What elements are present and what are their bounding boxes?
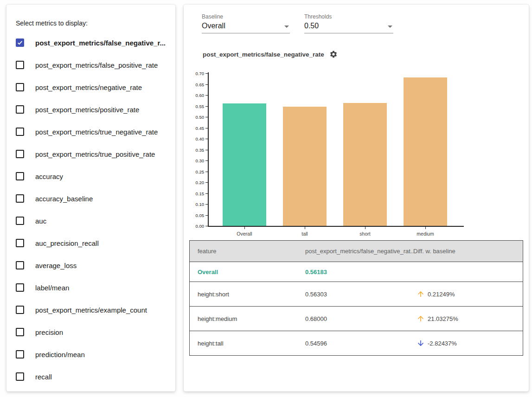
metric-checkbox[interactable] bbox=[16, 350, 24, 359]
sidebar-item-auc[interactable]: auc bbox=[6, 210, 175, 232]
sidebar-item-post-export-metrics-true-negative-rate[interactable]: post_export_metrics/true_negative_rate bbox=[6, 121, 175, 143]
metric-label: auc_precision_recall bbox=[35, 239, 99, 247]
sidebar-item-post-export-metrics-true-positive-rate[interactable]: post_export_metrics/true_positive_rate bbox=[6, 143, 175, 165]
metric-label: prediction/mean bbox=[35, 351, 85, 359]
metric-checkbox[interactable] bbox=[16, 83, 24, 91]
sidebar-item-accuracy-baseline[interactable]: accuracy_baseline bbox=[6, 187, 175, 210]
metric-checkbox[interactable] bbox=[16, 283, 24, 292]
x-tick-mark bbox=[305, 227, 305, 229]
x-tick-mark bbox=[244, 227, 245, 229]
col-header-metric: post_export_metrics/false_negative_rat..… bbox=[305, 248, 413, 255]
sidebar-item-post-export-metrics-example-count[interactable]: post_export_metrics/example_count bbox=[6, 299, 175, 321]
col-header-diff: Diff. w. baseline bbox=[413, 248, 523, 255]
y-tick-mark bbox=[205, 84, 208, 85]
metric-checkbox[interactable] bbox=[16, 239, 24, 247]
metric-checkbox[interactable] bbox=[16, 328, 24, 336]
y-tick-label: 0.65 bbox=[190, 82, 204, 87]
sidebar-item-auc-precision-recall[interactable]: auc_precision_recall bbox=[6, 232, 175, 254]
y-axis-line bbox=[208, 72, 209, 226]
y-tick-mark bbox=[205, 160, 208, 161]
metric-checkbox[interactable] bbox=[16, 128, 24, 136]
sidebar-item-post-export-metrics-false-negative-r-[interactable]: post_export_metrics/false_negative_r... bbox=[6, 32, 175, 54]
y-tick-mark bbox=[205, 106, 208, 107]
diff-cell: -2.82437% bbox=[413, 339, 523, 347]
feature-cell: height:short bbox=[190, 291, 305, 298]
y-tick-label: 0.60 bbox=[190, 93, 204, 98]
x-tick-label: medium bbox=[417, 231, 434, 237]
diff-value: 21.03275% bbox=[428, 315, 458, 322]
y-tick-label: 0.30 bbox=[190, 158, 204, 163]
arrow-up-icon bbox=[417, 290, 425, 298]
diff-cell: 21.03275% bbox=[413, 314, 523, 323]
metric-label: auc bbox=[35, 217, 46, 225]
metric-checkbox[interactable] bbox=[16, 261, 24, 269]
y-tick-label: 0.50 bbox=[190, 115, 204, 120]
y-tick-label: 0.55 bbox=[190, 104, 204, 109]
metric-checkbox[interactable] bbox=[16, 172, 24, 180]
y-tick-mark bbox=[205, 215, 208, 216]
y-tick-mark bbox=[205, 182, 208, 183]
y-tick-mark bbox=[205, 128, 208, 128]
metric-label: precision bbox=[35, 328, 63, 336]
y-tick-mark bbox=[205, 73, 208, 74]
table-row: height:tall0.54596-2.82437% bbox=[190, 331, 523, 355]
sidebar-item-accuracy[interactable]: accuracy bbox=[6, 165, 175, 187]
metric-checkbox[interactable] bbox=[16, 61, 24, 69]
y-tick-label: 0.25 bbox=[190, 169, 204, 174]
metric-value-cell: 0.56303 bbox=[305, 291, 413, 298]
metric-checkbox[interactable] bbox=[16, 150, 24, 158]
metric-selector-title: Select metrics to display: bbox=[16, 19, 88, 27]
y-tick-mark bbox=[205, 172, 208, 172]
metric-checkbox[interactable] bbox=[16, 194, 24, 203]
arrow-up-icon bbox=[417, 314, 425, 323]
metric-label: post_export_metrics/positive_rate bbox=[35, 106, 139, 114]
sidebar-item-post-export-metrics-positive-rate[interactable]: post_export_metrics/positive_rate bbox=[6, 98, 175, 121]
metric-label: post_export_metrics/negative_rate bbox=[35, 83, 142, 91]
metrics-table: feature post_export_metrics/false_negati… bbox=[189, 240, 523, 356]
diff-value: 0.21249% bbox=[428, 291, 455, 298]
sidebar-item-precision[interactable]: precision bbox=[6, 321, 175, 343]
metric-checkbox[interactable] bbox=[16, 306, 24, 314]
table-row: Overall0.56183 bbox=[190, 262, 523, 282]
metric-label: average_loss bbox=[35, 262, 77, 269]
bar-overall bbox=[223, 103, 266, 226]
metric-label: accuracy_baseline bbox=[35, 195, 93, 203]
y-tick-mark bbox=[205, 139, 208, 139]
sidebar-item-average-loss[interactable]: average_loss bbox=[6, 254, 175, 276]
metric-checkbox[interactable] bbox=[16, 105, 24, 114]
x-tick-mark bbox=[365, 227, 365, 229]
metric-label: post_export_metrics/true_positive_rate bbox=[35, 150, 155, 158]
sidebar-item-post-export-metrics-negative-rate[interactable]: post_export_metrics/negative_rate bbox=[6, 76, 175, 98]
sidebar-item-post-export-metrics-false-positive-rate[interactable]: post_export_metrics/false_positive_rate bbox=[6, 54, 175, 76]
y-tick-label: 0.35 bbox=[190, 147, 204, 153]
bar-short bbox=[343, 103, 387, 226]
metric-checkbox[interactable] bbox=[16, 372, 24, 381]
sidebar-item-prediction-mean[interactable]: prediction/mean bbox=[6, 343, 175, 365]
y-tick-mark bbox=[205, 150, 208, 150]
y-tick-label: 0.40 bbox=[190, 136, 204, 141]
metric-checkbox[interactable] bbox=[16, 217, 24, 225]
bar-chart: 0.000.050.100.150.200.250.300.350.400.45… bbox=[184, 5, 529, 246]
check-icon bbox=[17, 39, 23, 46]
x-tick-label: tall bbox=[301, 231, 308, 237]
sidebar-item-recall[interactable]: recall bbox=[6, 365, 175, 388]
metric-label: post_export_metrics/example_count bbox=[35, 306, 147, 314]
metrics-display-panel: Baseline Overall Thresholds 0.50 post_ex… bbox=[184, 5, 529, 391]
metric-value-cell: 0.56183 bbox=[305, 269, 413, 275]
sidebar-item-label-mean[interactable]: label/mean bbox=[6, 276, 175, 299]
feature-cell: height:medium bbox=[190, 315, 305, 322]
y-tick-label: 0.20 bbox=[190, 180, 204, 185]
metric-checkbox[interactable] bbox=[16, 38, 24, 47]
feature-cell: height:tall bbox=[190, 340, 305, 347]
x-tick-label: short bbox=[359, 231, 370, 237]
metric-label: post_export_metrics/false_positive_rate bbox=[35, 61, 158, 69]
feature-cell: Overall bbox=[190, 269, 305, 275]
y-tick-mark bbox=[205, 117, 208, 117]
y-tick-label: 0.45 bbox=[190, 126, 204, 131]
y-tick-mark bbox=[205, 95, 208, 96]
y-tick-label: 0.15 bbox=[190, 191, 204, 196]
metric-label: post_export_metrics/true_negative_rate bbox=[35, 128, 158, 136]
bar-medium bbox=[404, 77, 447, 226]
diff-cell: 0.21249% bbox=[413, 290, 523, 298]
metric-list: post_export_metrics/false_negative_r...p… bbox=[6, 32, 175, 388]
